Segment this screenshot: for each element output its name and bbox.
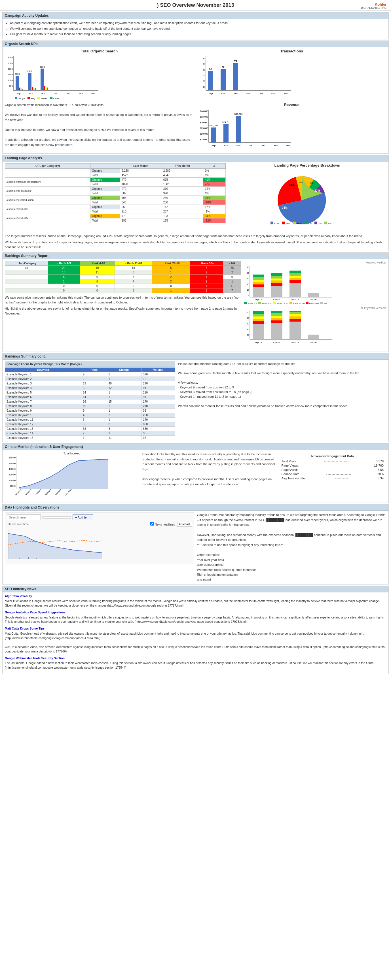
add-term-button[interactable]: + Add term (73, 514, 93, 520)
search-term-input[interactable] (7, 514, 41, 520)
svg-text:Oct: Oct (221, 92, 225, 95)
rank-val: 35 (223, 266, 241, 270)
svg-text:35: 35 (247, 266, 249, 269)
revenue-title: Revenue (197, 103, 386, 107)
kw-col-kw: Keyword (5, 368, 81, 372)
organic-text-4: In addition, although not graphed, we sa… (5, 137, 194, 147)
svg-rect-178 (36, 558, 37, 559)
lp-url: /example/ie-introduction/ (5, 196, 91, 205)
svg-text:Jan: Jan (262, 144, 265, 147)
svg-rect-109 (253, 277, 264, 280)
rank-cat: all (5, 266, 48, 270)
rank-row-all: all 20 10 18 5 7 35 (5, 266, 241, 270)
data-right-text: Google Trends: We constantly monitoring … (197, 512, 386, 582)
kw-col-rank: Rank (81, 368, 107, 372)
svg-rect-15 (35, 88, 36, 91)
svg-text:60: 60 (203, 68, 205, 71)
svg-rect-91 (305, 221, 307, 224)
svg-rect-106 (253, 285, 264, 287)
rc-text-3: A few callouts: (178, 380, 386, 385)
svg-rect-176 (19, 558, 19, 559)
svg-text:Oct: Oct (29, 92, 33, 95)
campaign-bullets: As part of our ongoing content optimizat… (5, 21, 386, 37)
svg-text:5: 5 (248, 294, 249, 297)
news-headlines-check[interactable]: News headlines (150, 522, 175, 527)
svg-rect-85 (270, 221, 273, 224)
svg-text:5%: 5% (310, 181, 313, 185)
onsite-header: On-site Metrics (Indexation & User Engag… (3, 444, 388, 450)
rankings-stacked-chart-2: 100 80 60 40 20 (244, 310, 335, 349)
lp-col-type (91, 163, 120, 168)
svg-rect-17 (44, 86, 45, 91)
data-highlights-section: Data Highlights and Observations + Add t… (2, 504, 389, 584)
svg-rect-108 (253, 280, 264, 282)
svg-text:Sep-13: Sep-13 (255, 298, 262, 301)
svg-text:5%: 5% (318, 222, 322, 225)
organic-text: Organic search traffic increased in Nove… (5, 103, 194, 151)
svg-rect-111 (271, 286, 282, 297)
svg-rect-34 (37, 97, 40, 99)
rankings-legend: Rank 1-5 Rank 4-20 Rank 11-20 Rank 21-50… (244, 302, 386, 305)
svg-rect-151 (289, 312, 301, 314)
svg-text:70: 70 (203, 63, 205, 65)
svg-text:Dec: Dec (249, 144, 253, 147)
seo-news-header: SEO Industry News (2, 585, 389, 592)
forecast-button[interactable]: Forecast (177, 522, 192, 527)
svg-text:Dec: Dec (54, 92, 58, 95)
svg-rect-71 (236, 116, 241, 143)
rank-row: 10 11 8 1 2 2 (5, 270, 241, 275)
news-item-4: Google Webmaster Tools Security Section … (5, 656, 386, 670)
svg-text:Nov: Nov (41, 92, 45, 95)
rankings-cont-body: Campaign Focus Keyword Change This Month… (3, 360, 388, 442)
svg-text:24%: 24% (286, 222, 290, 225)
svg-rect-9 (19, 88, 21, 91)
svg-text:$25,000: $25,000 (200, 127, 208, 129)
metric-dots: ---------- (335, 477, 348, 480)
engagement-row-1: Total Visits: ------------------- 3,378 (281, 460, 384, 463)
metric-dots: ------------------- (324, 460, 349, 463)
svg-text:160000: 160000 (9, 462, 16, 465)
data-left-area: + Add term Interest over time News headl… (5, 512, 194, 582)
kw-table: Keyword Rank Change Volume Example Keywo… (5, 368, 175, 440)
kw-row: Example Keyword 461291 (5, 386, 175, 390)
svg-text:140000: 140000 (9, 468, 16, 470)
svg-rect-149 (289, 317, 301, 319)
news-item-1: Algorithm Volatility Major fluctuations … (5, 594, 386, 608)
metric-label: Total Visits: (281, 460, 297, 463)
landing-page-header: Landing Page Analysis (3, 155, 388, 161)
svg-text:30: 30 (203, 80, 205, 83)
kw-col-vol: Volume (142, 368, 175, 372)
svg-rect-30 (15, 97, 17, 99)
lp-this: 2,289 (162, 168, 203, 173)
svg-text:Other: Other (53, 97, 59, 100)
news-title-1: Algorithm Volatility (5, 594, 386, 599)
svg-text:Dec-13: Dec-13 (310, 341, 317, 344)
transactions-section: Transactions 90 70 60 50 30 10 57 62 (197, 49, 386, 101)
metric-value: 5.55 (378, 468, 384, 471)
svg-rect-12 (28, 73, 32, 91)
svg-text:Jan: Jan (259, 92, 263, 95)
organic-header: Organic Search KPIs (3, 41, 388, 47)
svg-rect-121 (289, 274, 301, 276)
svg-rect-113 (271, 280, 282, 283)
logo: Kohler (375, 2, 386, 6)
organic-body: Total Organic Search 3000 2500 2000 1500… (3, 47, 388, 153)
table-row: /example/product7/ Organic 9611217% (5, 205, 226, 209)
svg-text:20: 20 (247, 277, 249, 280)
data-right-para: Google Trends: We constantly monitoring … (197, 512, 386, 582)
campaign-body: As part of our ongoing content optimizat… (3, 19, 388, 39)
news-text-2: Google Analytics released a new feature … (5, 616, 386, 624)
lp-type: Organic (91, 196, 120, 200)
svg-text:Nov-13: Nov-13 (292, 341, 299, 344)
onsite-chart-title: Total Indexed (5, 452, 139, 455)
svg-text:Oct-13: Oct-13 (273, 341, 281, 344)
onsite-section: On-site Metrics (Indexation & User Engag… (2, 443, 389, 503)
lp-col-last: Last Month (120, 163, 162, 168)
svg-text:Google: Google (18, 97, 25, 100)
lp-type: Organic (91, 177, 120, 182)
svg-rect-116 (271, 273, 282, 276)
data-highlights-body: + Add term Interest over time News headl… (3, 511, 388, 584)
rankings-body: ↑ Tag/Category ↑ Rank 1-3 ↓ Rank 4-10 ↑ … (3, 259, 388, 352)
svg-rect-122 (289, 270, 301, 274)
seo-news-body: Algorithm Volatility Major fluctuations … (2, 592, 389, 674)
